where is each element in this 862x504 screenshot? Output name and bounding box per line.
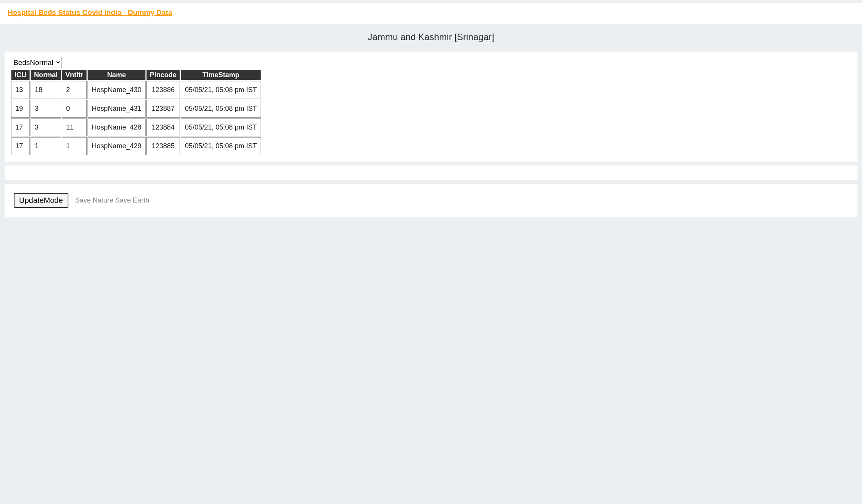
cell-name: HospName_431 xyxy=(87,100,146,118)
cell-vntltr: 11 xyxy=(62,118,87,136)
cell-pincode: 123885 xyxy=(146,137,180,155)
table-row: 1711HospName_42912388505/05/21, 05:08 pm… xyxy=(11,137,261,155)
col-header-timestamp: TimeStamp xyxy=(181,70,261,80)
data-panel: BedsNormal ICU Normal Vntltr Name Pincod… xyxy=(5,52,857,162)
cell-icu: 19 xyxy=(11,100,30,118)
empty-panel xyxy=(5,165,857,180)
table-header-row: ICU Normal Vntltr Name Pincode TimeStamp xyxy=(11,70,261,80)
col-header-name: Name xyxy=(87,70,146,80)
cell-timestamp: 05/05/21, 05:08 pm IST xyxy=(181,81,261,99)
footer-panel: UpdateMode Save Nature Save Earth xyxy=(5,184,857,217)
bed-type-select[interactable]: BedsNormal xyxy=(10,57,62,68)
cell-icu: 13 xyxy=(11,81,30,99)
cell-vntltr: 1 xyxy=(62,137,87,155)
footer-tagline: Save Nature Save Earth xyxy=(75,196,149,204)
region-title: Jammu and Kashmir [Srinagar] xyxy=(0,29,862,48)
cell-name: HospName_428 xyxy=(87,118,146,136)
table-row: 17311HospName_42812388405/05/21, 05:08 p… xyxy=(11,118,261,136)
col-header-icu: ICU xyxy=(11,70,30,80)
cell-name: HospName_430 xyxy=(87,81,146,99)
cell-name: HospName_429 xyxy=(87,137,146,155)
cell-normal: 3 xyxy=(31,118,61,136)
cell-vntltr: 2 xyxy=(62,81,87,99)
cell-vntltr: 0 xyxy=(62,100,87,118)
col-header-vntltr: Vntltr xyxy=(62,70,87,80)
cell-pincode: 123884 xyxy=(146,118,180,136)
table-row: 1930HospName_43112388705/05/21, 05:08 pm… xyxy=(11,100,261,118)
beds-table: ICU Normal Vntltr Name Pincode TimeStamp… xyxy=(10,69,262,156)
cell-pincode: 123886 xyxy=(146,81,180,99)
cell-timestamp: 05/05/21, 05:08 pm IST xyxy=(181,118,261,136)
cell-pincode: 123887 xyxy=(146,100,180,118)
col-header-pincode: Pincode xyxy=(146,70,180,80)
cell-normal: 1 xyxy=(31,137,61,155)
cell-normal: 18 xyxy=(31,81,61,99)
cell-timestamp: 05/05/21, 05:08 pm IST xyxy=(181,100,261,118)
cell-normal: 3 xyxy=(31,100,61,118)
cell-timestamp: 05/05/21, 05:08 pm IST xyxy=(181,137,261,155)
table-row: 13182HospName_43012388605/05/21, 05:08 p… xyxy=(11,81,261,99)
col-header-normal: Normal xyxy=(31,70,61,80)
update-mode-button[interactable]: UpdateMode xyxy=(14,193,68,208)
app-header: Hospital Beds Status Covid India - Dummy… xyxy=(0,3,862,24)
cell-icu: 17 xyxy=(11,137,30,155)
cell-icu: 17 xyxy=(11,118,30,136)
app-title-link[interactable]: Hospital Beds Status Covid India - Dummy… xyxy=(8,8,172,16)
top-bar xyxy=(0,0,862,3)
